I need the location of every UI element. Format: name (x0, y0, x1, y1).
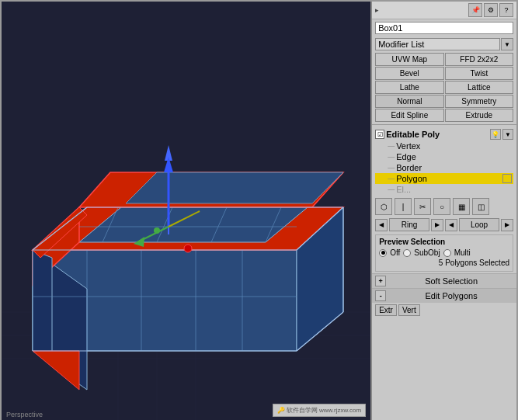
panel-label: ▸ (375, 6, 379, 14)
tree-item-element[interactable]: El... (375, 184, 513, 195)
editable-poly-header: ☑ Editable Poly 💡 ▼ (375, 128, 513, 141)
icon-pin[interactable]: 📌 (468, 3, 482, 17)
subobj-btn-2[interactable]: | (395, 198, 412, 215)
ring-loop-row: ◀ Ring ▶ ◀ Loop ▶ (372, 217, 516, 233)
editable-poly-checkbox[interactable]: ☑ (375, 130, 384, 139)
radio-off-label: Off (390, 248, 400, 257)
extr-btn[interactable]: Extr (375, 304, 397, 316)
edit-polygons-expand-btn[interactable]: - (375, 290, 386, 301)
top-icon-bar: ▸ 📌 ⚙ ? (372, 2, 516, 19)
editable-poly-section: ☑ Editable Poly 💡 ▼ Vertex Edge Border P… (372, 127, 516, 196)
radio-subobj-label: SubObj (414, 248, 440, 257)
radio-multi[interactable] (443, 249, 451, 257)
radio-multi-label: Multi (454, 248, 471, 257)
subobj-btn-5[interactable]: ▦ (453, 198, 470, 215)
loop-btn[interactable]: Loop (459, 218, 499, 231)
svg-marker-17 (126, 172, 343, 203)
logo-text: 软件自学网 www.rjzxw.com (287, 406, 361, 415)
subobj-btn-6[interactable]: ◫ (472, 198, 489, 215)
viewport[interactable]: 思路设计论坛 www.MISSYUAN.COM 网络教学网 www.webjx.… (2, 2, 372, 420)
icon-help[interactable]: ? (499, 3, 513, 17)
modifier-list-dropdown[interactable]: ▼ (501, 38, 513, 50)
tree-scroll-btn[interactable]: ▼ (502, 129, 513, 140)
svg-point-35 (184, 245, 192, 252)
polygon-count: 5 Polygons Selected (379, 257, 509, 269)
main-container: 思路设计论坛 www.MISSYUAN.COM 网络教学网 www.webjx.… (0, 0, 518, 420)
modifier-list-label[interactable]: Modifier List (375, 38, 500, 50)
radio-off[interactable] (379, 249, 387, 257)
ring-btn[interactable]: Ring (389, 218, 429, 231)
polygon-indicator (502, 174, 512, 183)
object-name-row (372, 19, 516, 36)
soft-selection-expand-btn[interactable]: + (375, 276, 386, 286)
mod-ffd[interactable]: FFD 2x2x2 (445, 53, 513, 66)
divider-1 (372, 124, 516, 125)
logo-icon: 🔑 (277, 407, 285, 414)
preview-selection-title: Preview Selection (379, 238, 509, 246)
preview-selection-section: Preview Selection Off SubObj Multi 5 Pol… (375, 234, 513, 272)
tree-item-polygon-label: Polygon (396, 174, 427, 183)
subobj-btn-3[interactable]: ✂ (414, 198, 431, 215)
loop-left-arrow[interactable]: ◀ (445, 219, 457, 231)
soft-selection-label: Soft Selection (389, 276, 513, 286)
loop-right-arrow[interactable]: ▶ (501, 219, 513, 231)
mod-lathe[interactable]: Lathe (375, 81, 443, 94)
mod-uvw-map[interactable]: UVW Map (375, 53, 443, 66)
mod-bevel[interactable]: Bevel (375, 67, 443, 80)
ring-right-arrow[interactable]: ▶ (431, 219, 443, 231)
mod-extrude[interactable]: Extrude (445, 109, 513, 122)
icon-settings[interactable]: ⚙ (484, 3, 498, 17)
right-panel: ▸ 📌 ⚙ ? Modifier List ▼ UVW Map FFD 2x2x… (372, 2, 516, 420)
mod-lattice[interactable]: Lattice (445, 81, 513, 94)
tree-item-border[interactable]: Border (375, 162, 513, 173)
ring-left-arrow[interactable]: ◀ (375, 219, 388, 231)
modifier-list-row: Modifier List ▼ (372, 36, 516, 52)
top-icon-row: 📌 ⚙ ? (468, 3, 513, 17)
mod-twist[interactable]: Twist (445, 67, 513, 80)
3d-scene: Perspective (2, 2, 372, 420)
subobj-btn-1[interactable]: ⬡ (375, 198, 392, 215)
tree-item-edge[interactable]: Edge (375, 151, 513, 162)
preview-radio-row: Off SubObj Multi (379, 248, 509, 257)
modifier-buttons: UVW Map FFD 2x2x2 Bevel Twist Lathe Latt… (372, 52, 516, 123)
subobj-btn-4[interactable]: ○ (433, 198, 450, 215)
edit-polygons-label: Edit Polygons (389, 291, 513, 300)
last-row: Extr Vert (372, 303, 516, 318)
tree-light-btn[interactable]: 💡 (490, 129, 501, 140)
svg-text:Perspective: Perspective (6, 411, 43, 418)
vert-btn[interactable]: Vert (398, 304, 420, 316)
object-name-input[interactable] (375, 22, 513, 34)
bottom-logo: 🔑 软件自学网 www.rjzxw.com (273, 404, 366, 417)
tree-item-polygon[interactable]: Polygon (375, 173, 513, 184)
mod-normal[interactable]: Normal (375, 95, 443, 108)
subobj-icons-row: ⬡ | ✂ ○ ▦ ◫ (372, 196, 516, 217)
edit-polygons-row[interactable]: - Edit Polygons (372, 288, 516, 303)
radio-subobj[interactable] (403, 249, 411, 257)
mod-editspline[interactable]: Edit Spline (375, 109, 443, 122)
tree-item-vertex[interactable]: Vertex (375, 141, 513, 151)
mod-symmetry[interactable]: Symmetry (445, 95, 513, 108)
editable-poly-label: Editable Poly (386, 130, 440, 139)
svg-marker-13 (33, 250, 52, 359)
soft-selection-row[interactable]: + Soft Selection (372, 273, 516, 288)
